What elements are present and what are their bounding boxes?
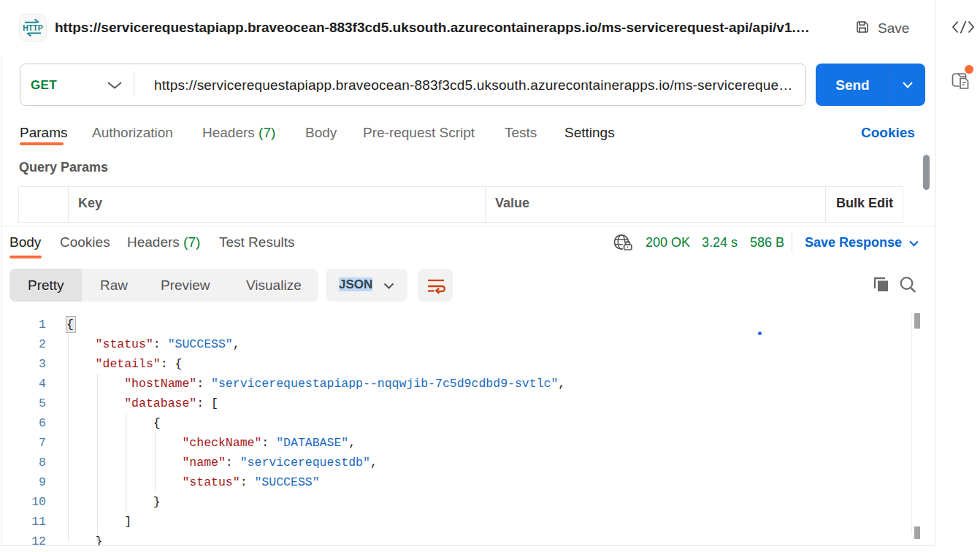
svg-text:HTTP: HTTP (23, 23, 42, 32)
